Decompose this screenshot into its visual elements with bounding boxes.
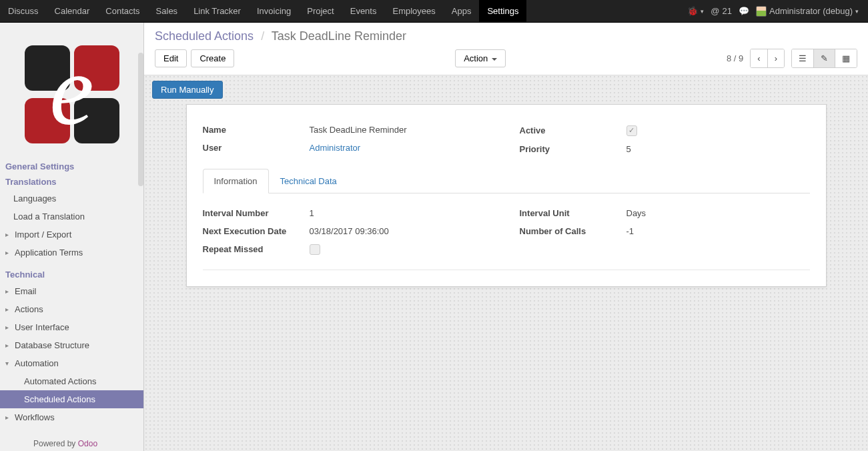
nav-employees[interactable]: Employees: [384, 0, 443, 22]
form-sheet: Name Task DeadLine Reminder User Adminis…: [186, 104, 827, 287]
chevron-right-icon: ▸: [5, 324, 12, 331]
powered-by-link[interactable]: Odoo: [78, 439, 97, 448]
chevron-right-icon: ▸: [5, 288, 12, 295]
nav-link-tracker[interactable]: Link Tracker: [185, 0, 249, 22]
nav-contacts[interactable]: Contacts: [97, 0, 147, 22]
debug-icon[interactable]: 🐞 ▾: [687, 6, 704, 16]
nav-invoicing[interactable]: Invoicing: [249, 0, 299, 22]
sidebar-database-structure[interactable]: ▸Database Structure: [0, 336, 143, 354]
nav-discuss[interactable]: Discuss: [0, 0, 47, 22]
value-interval-number: 1: [310, 208, 493, 218]
tab-information[interactable]: Information: [203, 169, 269, 193]
label-repeat-missed: Repeat Missed: [203, 244, 310, 254]
value-priority: 5: [626, 144, 810, 154]
conversations-icon[interactable]: 💬: [739, 6, 749, 16]
user-label: Administrator (debug): [769, 6, 853, 16]
app-logo: e: [0, 23, 143, 156]
sidebar-scrollbar[interactable]: [138, 53, 143, 186]
create-button[interactable]: Create: [191, 49, 234, 67]
label-interval-unit: Interval Unit: [520, 208, 626, 218]
label-number-of-calls: Number of Calls: [520, 226, 626, 236]
chevron-right-icon: ▸: [5, 306, 12, 313]
nav-menu: Discuss Calendar Contacts Sales Link Tra…: [0, 0, 526, 22]
nav-apps[interactable]: Apps: [444, 0, 480, 22]
pager-text: 8 / 9: [727, 53, 743, 63]
sidebar-import-export[interactable]: ▸Import / Export: [0, 226, 143, 244]
powered-by: Powered by Odoo: [33, 439, 97, 448]
sidebar-load-translation[interactable]: Load a Translation: [0, 207, 143, 226]
chevron-down-icon: ▾: [5, 360, 12, 367]
sidebar-automated-actions[interactable]: Automated Actions: [0, 372, 143, 390]
sidebar-email[interactable]: ▸Email: [0, 282, 143, 300]
pager-next-button[interactable]: ›: [768, 49, 784, 67]
nav-settings[interactable]: Settings: [479, 0, 526, 22]
label-active: Active: [520, 125, 626, 135]
top-navbar: Discuss Calendar Contacts Sales Link Tra…: [0, 0, 868, 23]
sidebar-workflows[interactable]: ▸Workflows: [0, 408, 143, 426]
avatar-icon: [756, 6, 767, 17]
breadcrumb-current: Task DeadLine Reminder: [272, 29, 406, 43]
view-header: Scheduled Actions / Task DeadLine Remind…: [144, 23, 868, 75]
sidebar-general-settings[interactable]: General Settings: [0, 159, 143, 174]
form-tabs: Information Technical Data: [203, 169, 810, 193]
tab-content-information: Interval Number 1 Next Execution Date 03…: [203, 201, 810, 271]
breadcrumb-separator: /: [257, 29, 268, 43]
messages-icon[interactable]: @ 21: [711, 6, 732, 16]
label-next-execution: Next Execution Date: [203, 226, 310, 236]
checkbox-repeat-missed: ✓: [310, 244, 320, 255]
value-next-execution: 03/18/2017 09:36:00: [310, 226, 493, 236]
sidebar-scheduled-actions[interactable]: Scheduled Actions: [0, 390, 143, 408]
label-user: User: [203, 143, 310, 153]
sidebar-application-terms[interactable]: ▸Application Terms: [0, 244, 143, 262]
chevron-right-icon: ▸: [5, 414, 12, 421]
value-interval-unit: Days: [626, 208, 810, 218]
label-priority: Priority: [520, 144, 626, 154]
action-dropdown[interactable]: Action: [455, 49, 506, 67]
status-bar: Run Manually: [144, 75, 868, 104]
main-content: Scheduled Actions / Task DeadLine Remind…: [144, 23, 868, 451]
breadcrumb-parent[interactable]: Scheduled Actions: [155, 29, 254, 43]
breadcrumb: Scheduled Actions / Task DeadLine Remind…: [155, 29, 857, 49]
navbar-right: 🐞 ▾ @ 21 💬 Administrator (debug) ▾: [687, 0, 868, 22]
nav-project[interactable]: Project: [299, 0, 342, 22]
edit-button[interactable]: Edit: [155, 49, 187, 67]
user-menu[interactable]: Administrator (debug) ▾: [756, 6, 859, 17]
chevron-right-icon: ▸: [5, 249, 12, 256]
label-interval-number: Interval Number: [203, 208, 310, 218]
pager-prev-button[interactable]: ‹: [751, 49, 767, 67]
sidebar-languages[interactable]: Languages: [0, 189, 143, 207]
sidebar-translations[interactable]: Translations: [0, 174, 143, 189]
nav-calendar[interactable]: Calendar: [47, 0, 98, 22]
sidebar-user-interface[interactable]: ▸User Interface: [0, 318, 143, 336]
value-user-link[interactable]: Administrator: [310, 143, 361, 153]
chevron-right-icon: ▸: [5, 231, 12, 238]
toolbar: Edit Create Action 8 / 9 ‹ › ☰ ✎ ▦: [155, 49, 857, 75]
view-list-button[interactable]: ☰: [792, 49, 814, 67]
tab-technical-data[interactable]: Technical Data: [269, 169, 348, 193]
value-name: Task DeadLine Reminder: [310, 125, 493, 135]
view-calendar-button[interactable]: ▦: [835, 49, 857, 67]
chevron-right-icon: ▸: [5, 342, 12, 349]
label-name: Name: [203, 125, 310, 135]
run-manually-button[interactable]: Run Manually: [152, 81, 223, 99]
sidebar-automation[interactable]: ▾Automation: [0, 354, 143, 372]
checkbox-active: ✓: [626, 125, 637, 136]
nav-sales[interactable]: Sales: [148, 0, 186, 22]
messages-count: 21: [723, 6, 732, 16]
sidebar-actions[interactable]: ▸Actions: [0, 300, 143, 318]
nav-events[interactable]: Events: [342, 0, 385, 22]
sidebar-technical[interactable]: Technical: [0, 267, 143, 282]
value-number-of-calls: -1: [626, 226, 810, 236]
view-form-button[interactable]: ✎: [814, 49, 835, 67]
left-sidebar: e General Settings Translations Language…: [0, 23, 144, 451]
